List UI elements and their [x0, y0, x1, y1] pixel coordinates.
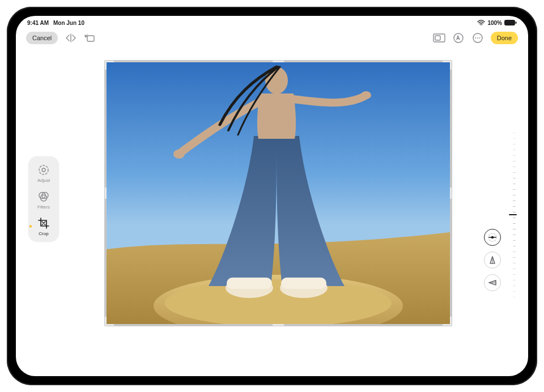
- slider-tick: [513, 286, 516, 286]
- mode-adjust[interactable]: Adjust: [31, 163, 57, 183]
- slider-tick: [513, 144, 516, 144]
- svg-rect-5: [435, 36, 440, 40]
- slider-center-icon: [509, 214, 517, 215]
- status-time: 9:41 AM: [27, 20, 49, 26]
- slider-tick: [513, 138, 516, 139]
- horizontal-perspective-button[interactable]: [484, 274, 501, 291]
- svg-point-22: [42, 168, 45, 172]
- adjust-icon: [37, 163, 50, 177]
- crop-handle-top[interactable]: [273, 61, 284, 72]
- vertical-perspective-button[interactable]: [484, 252, 501, 269]
- slider-tick: [513, 252, 516, 252]
- crop-handle-left[interactable]: [105, 188, 116, 199]
- slider-tick: [513, 172, 516, 173]
- straighten-button[interactable]: [484, 229, 501, 246]
- svg-rect-16: [227, 278, 272, 289]
- straighten-slider[interactable]: [507, 133, 516, 297]
- slider-tick: [513, 161, 516, 161]
- crop-handle-right[interactable]: [440, 188, 452, 199]
- crop-handle-bottom-left[interactable]: [105, 314, 116, 326]
- svg-point-8: [475, 37, 476, 39]
- slider-tick: [513, 167, 516, 167]
- slider-tick: [513, 263, 516, 263]
- slider-tick: [513, 274, 516, 275]
- markup-icon[interactable]: [452, 32, 465, 44]
- edit-area: Adjust Filters: [16, 48, 528, 366]
- slider-tick: [513, 280, 516, 280]
- mode-panel: Adjust Filters: [28, 156, 59, 242]
- svg-rect-1: [505, 20, 515, 25]
- svg-point-18: [173, 150, 185, 159]
- rotate-icon[interactable]: [84, 32, 96, 44]
- slider-tick: [513, 184, 516, 184]
- svg-rect-17: [281, 278, 326, 289]
- rotate-cluster: [484, 133, 516, 297]
- svg-rect-2: [516, 22, 517, 24]
- crop-handle-bottom-right[interactable]: [440, 314, 452, 326]
- slider-tick: [513, 240, 516, 241]
- mode-crop-label: Crop: [39, 231, 48, 236]
- slider-tick: [513, 206, 516, 207]
- slider-tick: [513, 201, 516, 201]
- slider-tick: [513, 212, 516, 212]
- mode-crop[interactable]: Crop: [31, 216, 57, 236]
- flip-horizontal-icon[interactable]: [65, 32, 77, 44]
- slider-tick: [513, 189, 516, 190]
- status-bar: 9:41 AM Mon Jun 10 100%: [16, 16, 528, 28]
- battery-icon: [504, 20, 517, 25]
- slider-tick: [513, 235, 516, 235]
- slider-tick: [513, 155, 516, 156]
- svg-point-9: [477, 37, 478, 39]
- slider-tick: [513, 218, 516, 218]
- status-date: Mon Jun 10: [53, 20, 84, 26]
- crop-handle-bottom[interactable]: [273, 314, 284, 326]
- mode-adjust-label: Adjust: [37, 178, 50, 183]
- aspect-ratio-icon[interactable]: [433, 32, 445, 44]
- slider-tick: [513, 297, 516, 297]
- wifi-icon: [477, 20, 485, 25]
- svg-point-19: [361, 91, 371, 99]
- slider-tick: [513, 195, 516, 195]
- crop-icon: [37, 216, 50, 230]
- photo-preview[interactable]: [107, 62, 450, 324]
- slider-tick: [513, 291, 516, 292]
- svg-point-10: [479, 37, 480, 39]
- cancel-button[interactable]: Cancel: [26, 32, 58, 44]
- slider-tick: [513, 178, 516, 178]
- filters-icon: [37, 190, 50, 203]
- crop-stage[interactable]: [107, 62, 450, 324]
- svg-rect-3: [87, 36, 94, 41]
- svg-point-21: [39, 165, 48, 174]
- svg-point-27: [491, 236, 494, 238]
- crop-handle-top-left[interactable]: [105, 61, 116, 72]
- slider-tick: [513, 269, 516, 269]
- done-button[interactable]: Done: [491, 32, 518, 44]
- toolbar: Cancel: [16, 28, 528, 48]
- slider-tick: [513, 229, 516, 229]
- slider-tick: [513, 133, 516, 133]
- slider-tick: [513, 246, 516, 246]
- screen: 9:41 AM Mon Jun 10 100%: [16, 16, 528, 376]
- ipad-frame: 9:41 AM Mon Jun 10 100%: [7, 7, 537, 385]
- slider-tick: [513, 223, 516, 224]
- slider-tick: [513, 150, 516, 150]
- battery-percent: 100%: [487, 20, 502, 26]
- crop-handle-top-right[interactable]: [440, 61, 452, 72]
- svg-point-0: [481, 24, 482, 25]
- mode-filters[interactable]: Filters: [31, 190, 57, 210]
- mode-filters-label: Filters: [37, 204, 50, 210]
- more-options-icon[interactable]: [471, 32, 484, 44]
- slider-tick: [513, 257, 516, 258]
